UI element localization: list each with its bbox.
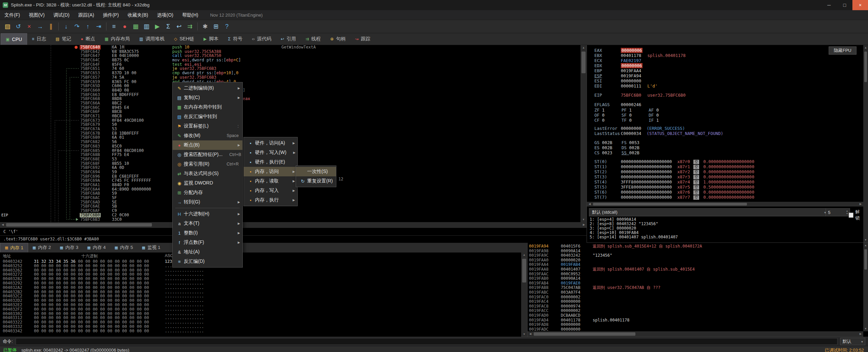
- stack-row[interactable]: 0019FAB000090A14: [528, 276, 868, 281]
- menu-item-allocate-memory[interactable]: ⊞分配内存: [173, 188, 242, 197]
- menu-item-integer[interactable]: 1整数(I)▶: [173, 228, 242, 238]
- menu-item-float[interactable]: f浮点数(F)▶: [173, 238, 242, 247]
- scroll-left-icon[interactable]: ◀: [0, 222, 5, 228]
- disasm-row[interactable]: 75BFC6406A 10push 10GetWindowTextA: [0, 45, 580, 50]
- tab-script[interactable]: ▶脚本: [199, 33, 223, 45]
- scroll-up-icon[interactable]: ▲: [863, 45, 868, 50]
- settings-button[interactable]: ✱: [200, 21, 211, 32]
- stack-row[interactable]: 0019FAA000000020: [528, 258, 868, 263]
- stack-row[interactable]: 0019FAD0DCBAABCD: [528, 313, 868, 318]
- menu-item-sync-with-expression[interactable]: ⇄与表达式同步(S): [173, 169, 242, 178]
- disasm-vscrollbar[interactable]: ▲ ▼: [580, 45, 587, 222]
- menu-item-binary-edit[interactable]: ✎二进制编辑(B)▶: [173, 83, 242, 93]
- tab-references[interactable]: ↩引用: [276, 33, 301, 45]
- disasm-row[interactable]: 75BFC66A8BC2: [0, 101, 580, 105]
- menu-item-text[interactable]: a文本(T)▶: [173, 219, 242, 228]
- menu-item-follow-in-memory-map[interactable]: ▦在内存布局中转到: [173, 102, 242, 112]
- tab-call-stack[interactable]: ▥调用堆栈: [135, 33, 169, 45]
- command-input[interactable]: [16, 338, 837, 345]
- step-over-button[interactable]: ↷: [72, 21, 82, 32]
- disasm-row[interactable]: 75BFC6B0C2 0C00: [0, 213, 580, 217]
- stop-button[interactable]: ×: [24, 21, 35, 32]
- stack-row[interactable]: 0019FAC000000002: [528, 295, 868, 300]
- disasm-row[interactable]: 75BFC660884D 08: [0, 88, 580, 93]
- menu-item-hex[interactable]: H十六进制(H)▶: [173, 209, 242, 219]
- registers-vscrollbar[interactable]: ▲ ▼: [863, 45, 868, 242]
- disasm-hscrollbar[interactable]: ◀ ▶: [0, 222, 587, 228]
- stack-row[interactable]: 0019FAC400000000: [528, 299, 868, 304]
- stack-row[interactable]: 0019FAB875C047AB返回到 user32.75C047AB 自 ??…: [528, 286, 868, 290]
- tab-symbols[interactable]: Σ符号: [223, 33, 247, 45]
- scroll-right-icon[interactable]: ▶: [858, 331, 863, 337]
- breakpoint-dot[interactable]: [75, 46, 78, 49]
- tab-notes[interactable]: ▤笔记: [51, 33, 76, 45]
- stack-row[interactable]: 0019FAC800000974: [528, 304, 868, 309]
- tab-handles[interactable]: ⊕句柄: [326, 33, 350, 45]
- menu-item-find-references[interactable]: ◎搜索引用(R)Ctrl+R: [173, 159, 242, 169]
- breakpoints-button[interactable]: ●: [119, 21, 130, 32]
- threads-button[interactable]: ⇉: [184, 21, 195, 32]
- menubar-item[interactable]: 视图(V): [24, 10, 49, 20]
- menubar-item[interactable]: 跟踪(A): [74, 10, 99, 20]
- stack-row[interactable]: 0019FA9800090A14: [528, 249, 868, 254]
- tab-breakpoints[interactable]: ●断点: [76, 33, 100, 45]
- calculator-button[interactable]: ⊞: [211, 21, 221, 32]
- menu-item-address[interactable]: &地址(A): [173, 247, 242, 257]
- menubar-item[interactable]: 收藏夹(B): [123, 10, 153, 20]
- disasm-row[interactable]: 75BFC653837D 10 00cmp dword ptr ss:[ebp+…: [0, 71, 580, 75]
- registers-panel[interactable]: 隐藏FPU EAX00000006EBX00401178splish.00401…: [587, 45, 863, 242]
- close-button[interactable]: ×: [852, 0, 868, 10]
- execute-till-return-button[interactable]: ↑: [82, 21, 93, 32]
- checkbox-icon[interactable]: [849, 213, 853, 218]
- menu-item-disassembly[interactable]: ≡反汇编(D): [173, 257, 242, 266]
- stack-hscrollbar[interactable]: ◀ ▶: [528, 331, 863, 337]
- restart-button[interactable]: ↺: [13, 21, 24, 32]
- scroll-left-icon[interactable]: ◀: [528, 331, 533, 337]
- scroll-down-icon[interactable]: ▼: [863, 237, 868, 242]
- calling-convention-dropdown[interactable]: 默认 (stdcall) ▾: [589, 208, 829, 216]
- disasm-row[interactable]: 75BFC6B333C0: [0, 217, 580, 222]
- scroll-down-icon[interactable]: ▼: [863, 326, 868, 331]
- stack-row[interactable]: 0019FAD400401178splish.00401178: [528, 318, 868, 323]
- stack-row[interactable]: 0019FAAC000C0952: [528, 272, 868, 277]
- dump-tab[interactable]: ▦监视 1: [137, 243, 165, 252]
- scroll-right-icon[interactable]: ▶: [858, 202, 863, 207]
- dump-tab[interactable]: ▦内存 1: [0, 243, 28, 252]
- stack-row[interactable]: 0019FACC00000002: [528, 309, 868, 313]
- stack-row[interactable]: 0019FAB40019FAE0: [528, 281, 868, 286]
- disasm-row[interactable]: 75BFC65DC606 00mov byte ptr ds:[esi],0: [0, 84, 580, 88]
- stack-panel[interactable]: 0019FA94004015F6返回到 splish.sub_4015E4+12…: [527, 243, 868, 337]
- stack-row[interactable]: 0019FAA40019FAB4: [528, 262, 868, 267]
- open-file-button[interactable]: ▨: [2, 21, 13, 32]
- scroll-down-icon[interactable]: ▼: [521, 332, 527, 337]
- dump-tab[interactable]: ▦内存 2: [28, 243, 56, 252]
- log-button[interactable]: ≡: [108, 21, 119, 32]
- submenu-item-hardware-write[interactable]: ▪硬件，写入(W)▶: [244, 148, 297, 157]
- stack-vscrollbar[interactable]: ▲ ▼: [863, 243, 868, 331]
- hide-fpu-button[interactable]: 隐藏FPU: [829, 46, 856, 55]
- submenu-item-hardware-execute[interactable]: ▪硬件，执行(E): [244, 157, 297, 167]
- references-button[interactable]: ↩: [174, 21, 184, 32]
- submenu-item-memory-write[interactable]: ▪内存，写入▶: [244, 186, 297, 195]
- scroll-right-icon[interactable]: ▶: [581, 222, 587, 228]
- tab-threads[interactable]: ⇉线程: [301, 33, 326, 45]
- dump-tab[interactable]: ▦内存 4: [83, 243, 110, 252]
- disasm-row[interactable]: 75BFC64C8B75 0Cmov esi,dword ptr ss:[ebp…: [0, 58, 580, 62]
- stack-row[interactable]: 0019FAA800401407返回到 splish.00401407 自 sp…: [528, 267, 868, 272]
- disasm-row[interactable]: 75BFC6710BC8: [0, 114, 580, 118]
- tab-seh[interactable]: ◇SEH链: [169, 33, 199, 45]
- scroll-down-icon[interactable]: ▼: [580, 217, 587, 222]
- submenu-item-hardware-access[interactable]: ▪硬件，访问(A)▶: [244, 138, 297, 148]
- tab-log[interactable]: ≡日志: [27, 33, 51, 45]
- submenu-item-singleshoot[interactable]: 一次性(S): [296, 167, 336, 176]
- menu-item-set-label[interactable]: ⚑设置标签(L):: [173, 121, 242, 131]
- tab-source[interactable]: ‹›源代码: [247, 33, 276, 45]
- tab-cpu[interactable]: ▣CPU: [1, 33, 27, 45]
- menubar-item[interactable]: 文件(F): [0, 10, 24, 20]
- args-count-spinner[interactable]: 5 ▴▾: [826, 208, 850, 216]
- stack-row[interactable]: 0019FAD800000000: [528, 322, 868, 327]
- help-button[interactable]: ?: [221, 21, 232, 32]
- script-button[interactable]: ▶: [152, 21, 163, 32]
- menu-item-breakpoint[interactable]: ●断点(B)▶: [173, 140, 242, 150]
- menu-item-follow-in-disassembler[interactable]: ▧在反汇编中转到: [173, 112, 242, 121]
